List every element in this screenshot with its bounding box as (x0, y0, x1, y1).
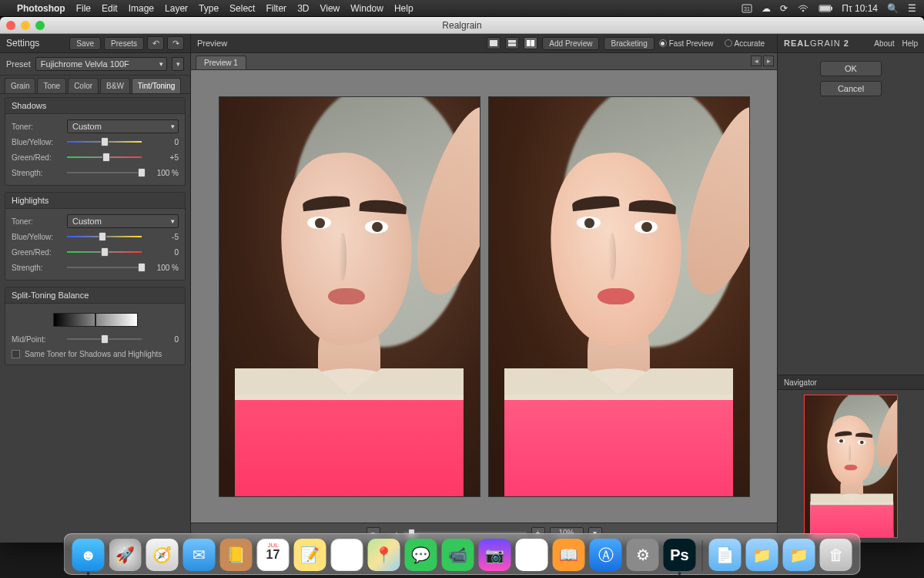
hl-by-slider[interactable] (67, 231, 142, 242)
dock-appstore-icon[interactable]: Ⓐ (590, 539, 622, 571)
dock-preferences-icon[interactable]: ⚙ (627, 539, 659, 571)
shadows-strength-slider[interactable] (67, 167, 142, 178)
dock-downloads-icon[interactable]: 📄 (709, 539, 742, 571)
fast-preview-radio[interactable]: Fast Preview (659, 39, 714, 48)
hl-strength-value: 100 % (146, 264, 179, 272)
menu-filter[interactable]: Filter (266, 3, 286, 14)
preview-image-after[interactable] (488, 96, 750, 497)
hl-gr-slider[interactable] (67, 247, 142, 257)
shadows-by-slider[interactable] (67, 136, 142, 147)
view-split-v-button[interactable] (524, 37, 537, 49)
preview-image-before[interactable] (219, 96, 480, 497)
dock-finder-icon[interactable]: ☻ (72, 539, 105, 571)
preset-menu-button[interactable]: ▾ (172, 57, 184, 71)
brand-logo: REALGRAIN 2 (784, 39, 849, 48)
menu-file[interactable]: File (76, 3, 91, 14)
split-mid-slider[interactable] (67, 334, 142, 344)
split-swatch-shadows[interactable] (53, 313, 95, 327)
dock-calendar-icon[interactable]: JUL17 (257, 539, 290, 571)
view-split-h-button[interactable] (505, 37, 519, 49)
hl-by-label: Blue/Yellow: (12, 233, 62, 241)
cancel-button[interactable]: Cancel (820, 81, 882, 96)
dock-itunes-icon[interactable]: ♪ (516, 539, 548, 571)
redo-button[interactable]: ↷ (167, 36, 184, 50)
svg-rect-7 (508, 40, 516, 43)
dock-facetime-icon[interactable]: 📹 (442, 539, 474, 571)
svg-rect-9 (527, 40, 531, 46)
preview-panel: Preview Add Preview Bracketing Fast Prev… (191, 34, 778, 543)
dock-safari-icon[interactable]: 🧭 (146, 539, 179, 571)
dock-ibooks-icon[interactable]: 📖 (553, 539, 585, 571)
menubar-sync-icon[interactable]: ⟳ (780, 3, 788, 14)
same-toner-row[interactable]: Same Toner for Shadows and Highlights (12, 347, 179, 360)
preview-tab-1[interactable]: Preview 1 (196, 55, 246, 69)
bracketing-button[interactable]: Bracketing (604, 37, 654, 50)
shadows-toner-select[interactable]: Custom▾ (67, 119, 179, 133)
menubar-clock[interactable]: Πτ 10:14 (842, 3, 878, 14)
tab-color[interactable]: Color (68, 78, 99, 93)
preview-tab-prev[interactable]: ◂ (751, 55, 762, 66)
svg-rect-8 (508, 44, 516, 47)
tab-tone[interactable]: Tone (37, 78, 66, 93)
menu-window[interactable]: Window (350, 3, 383, 14)
ok-button[interactable]: OK (820, 61, 882, 76)
preview-tab-next[interactable]: ▸ (763, 55, 774, 66)
settings-header: Settings Save Presets ↶ ↷ (0, 34, 190, 53)
macos-dock: ☻ 🚀 🧭 ✉ 📒 JUL17 📝 ☑ 📍 💬 📹 📷 ♪ 📖 Ⓐ ⚙ Ps 📄… (64, 533, 861, 575)
tab-tint-toning[interactable]: Tint/Toning (132, 78, 182, 93)
preset-select[interactable]: Fujichrome Velvla 100F▾ (35, 57, 167, 71)
chevron-down-icon: ▾ (159, 60, 163, 68)
shadows-gr-slider[interactable] (67, 152, 142, 163)
menubar-battery-icon[interactable] (819, 5, 834, 12)
menu-view[interactable]: View (320, 3, 340, 14)
menu-image[interactable]: Image (129, 3, 154, 14)
dock-launchpad-icon[interactable]: 🚀 (109, 539, 142, 571)
menubar-wifi-icon[interactable] (797, 4, 809, 13)
tab-grain[interactable]: Grain (5, 78, 35, 93)
navigator-thumbnail[interactable] (804, 395, 898, 538)
menu-help[interactable]: Help (394, 3, 413, 14)
dock-folder-2-icon[interactable]: 📁 (783, 539, 815, 571)
split-swatch-highlights[interactable] (95, 313, 138, 327)
menubar-notifications-icon[interactable]: ☰ (908, 3, 916, 14)
accurate-radio[interactable]: Accurate (725, 39, 765, 48)
about-link[interactable]: About (874, 39, 894, 48)
dock-photobooth-icon[interactable]: 📷 (479, 539, 511, 571)
help-link[interactable]: Help (902, 39, 918, 48)
menubar-spotlight-icon[interactable]: 🔍 (887, 3, 899, 14)
menu-select[interactable]: Select (229, 3, 255, 14)
hl-strength-slider[interactable] (67, 262, 142, 273)
dock-trash-icon[interactable]: 🗑 (820, 539, 852, 571)
dock-photoshop-icon[interactable]: Ps (664, 539, 696, 571)
menu-layer[interactable]: Layer (165, 3, 188, 14)
menu-type[interactable]: Type (199, 3, 219, 14)
dock-contacts-icon[interactable]: 📒 (220, 539, 253, 571)
dock-folder-1-icon[interactable]: 📁 (746, 539, 778, 571)
preview-area[interactable] (191, 70, 777, 523)
dock-mail-icon[interactable]: ✉ (183, 539, 216, 571)
save-button[interactable]: Save (69, 37, 101, 50)
presets-button[interactable]: Presets (104, 37, 144, 50)
split-mid-label: Mid/Point: (12, 335, 62, 344)
hl-toner-select[interactable]: Custom▾ (67, 214, 179, 228)
menubar-calendar-icon[interactable]: 31 (742, 4, 752, 13)
add-preview-button[interactable]: Add Preview (542, 37, 599, 50)
dock-notes-icon[interactable]: 📝 (294, 539, 326, 571)
same-toner-checkbox[interactable] (12, 350, 20, 358)
menubar-app-name[interactable]: Photoshop (17, 3, 65, 14)
dock-messages-icon[interactable]: 💬 (405, 539, 437, 571)
settings-title: Settings (6, 38, 66, 49)
view-single-button[interactable] (487, 37, 500, 49)
preview-title: Preview (197, 39, 482, 48)
dock-reminders-icon[interactable]: ☑ (331, 539, 363, 571)
mac-menubar: Photoshop File Edit Image Layer Type Sel… (0, 0, 924, 17)
window-titlebar[interactable]: Realgrain (0, 17, 924, 34)
shadows-gr-value: +5 (146, 153, 179, 162)
menu-3d[interactable]: 3D (297, 3, 309, 14)
menu-edit[interactable]: Edit (102, 3, 118, 14)
menubar-cloud-icon[interactable]: ☁ (762, 3, 771, 14)
split-group: Split-Toning Balance Mid/Point: 0 Same T… (5, 287, 186, 365)
tab-bw[interactable]: B&W (100, 78, 130, 93)
undo-button[interactable]: ↶ (147, 36, 164, 50)
dock-maps-icon[interactable]: 📍 (368, 539, 400, 571)
